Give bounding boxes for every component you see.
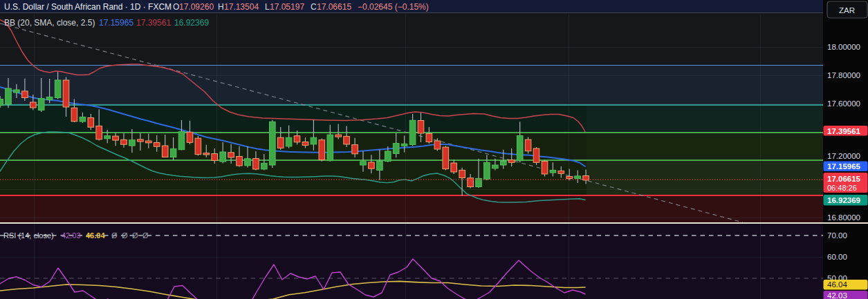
svg-text:16.80000: 16.80000 <box>827 213 860 222</box>
svg-text:O: O <box>173 2 179 12</box>
svg-text:C: C <box>311 2 317 12</box>
svg-text:Ø: Ø <box>111 231 118 240</box>
svg-text:17.39561: 17.39561 <box>136 18 171 28</box>
svg-text:46.04: 46.04 <box>86 231 105 240</box>
svg-text:17.06615: 17.06615 <box>317 2 351 12</box>
svg-text:17.20000: 17.20000 <box>827 152 860 160</box>
svg-text:BB (20, SMA, close, 2.5): BB (20, SMA, close, 2.5) <box>4 18 95 28</box>
svg-text:17.05197: 17.05197 <box>270 2 304 12</box>
svg-text:42.03: 42.03 <box>827 291 847 299</box>
svg-text:60.00: 60.00 <box>827 253 847 261</box>
svg-text:42.03: 42.03 <box>62 231 81 240</box>
svg-text:16.92369: 16.92369 <box>174 18 209 28</box>
svg-text:Ø: Ø <box>142 231 149 240</box>
svg-text:17.13504: 17.13504 <box>224 2 259 12</box>
svg-text:17.39561: 17.39561 <box>827 127 861 135</box>
svg-text:17.60000: 17.60000 <box>827 99 860 108</box>
svg-text:17.15965: 17.15965 <box>99 18 133 28</box>
svg-text:70.00: 70.00 <box>827 231 847 240</box>
svg-text:17.80000: 17.80000 <box>827 71 860 79</box>
svg-text:06:48:26: 06:48:26 <box>827 184 857 192</box>
svg-text:46.04: 46.04 <box>827 280 847 289</box>
svg-text:18.00000: 18.00000 <box>827 43 860 51</box>
svg-text:U.S. Dollar / South African Ra: U.S. Dollar / South African Rand · 1D · … <box>4 2 172 12</box>
svg-text:L: L <box>265 2 270 12</box>
svg-text:17.15965: 17.15965 <box>827 162 861 171</box>
svg-text:ZAR: ZAR <box>839 6 855 15</box>
svg-text:−0.02645 (−0.15%): −0.02645 (−0.15%) <box>358 2 429 12</box>
svg-text:17.06615: 17.06615 <box>827 175 861 183</box>
svg-text:Ø: Ø <box>132 231 138 240</box>
svg-text:RSI (14, close): RSI (14, close) <box>3 231 54 240</box>
svg-text:Ø: Ø <box>122 231 128 240</box>
svg-text:16.92369: 16.92369 <box>827 196 860 204</box>
svg-text:17.09260: 17.09260 <box>179 2 214 12</box>
svg-text:H: H <box>218 2 224 12</box>
